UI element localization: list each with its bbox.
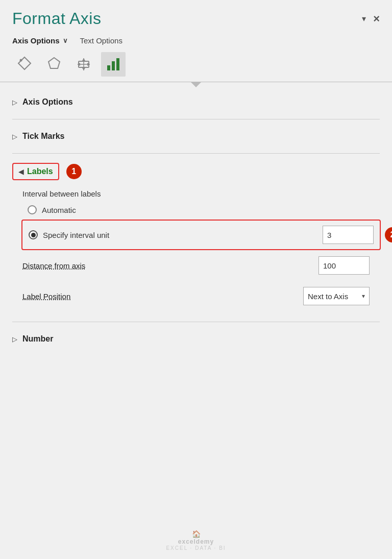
specify-container: Specify interval unit 2 (28, 220, 375, 250)
tick-marks-section: ▷ Tick Marks (0, 121, 392, 151)
watermark: 🏠 exceldemy EXCEL · DATA · BI (166, 530, 226, 551)
badge-2: 2 (385, 227, 392, 242)
tab-axis-options-label: Axis Options (12, 36, 60, 45)
svg-rect-12 (116, 58, 119, 70)
specify-label: Specify interval unit (43, 231, 317, 239)
panel-dropdown-icon[interactable]: ▾ (362, 14, 366, 23)
divider-1 (12, 119, 380, 119)
svg-point-1 (20, 59, 22, 62)
specify-input[interactable] (323, 226, 374, 244)
labels-section-title: Labels (27, 167, 53, 176)
specify-row: Specify interval unit (21, 220, 381, 250)
chart-icon-button[interactable] (101, 52, 126, 77)
tick-marks-header[interactable]: ▷ Tick Marks (12, 127, 380, 146)
header-actions: ▾ × (362, 12, 380, 26)
tab-row: Axis Options ∨ Text Options (0, 33, 392, 45)
tab-axis-options[interactable]: Axis Options ∨ (12, 36, 68, 45)
icon-toolbar (0, 45, 392, 77)
radio-dot (31, 233, 36, 237)
automatic-radio[interactable] (28, 205, 37, 214)
fill-icon (16, 56, 33, 72)
label-position-arrow: ▾ (362, 293, 365, 300)
distance-input[interactable] (318, 256, 370, 275)
label-position-row: Label Position Next to Axis ▾ (17, 281, 375, 311)
tick-marks-arrow: ▷ (12, 133, 17, 140)
svg-rect-10 (107, 65, 110, 70)
toolbar-divider (0, 82, 392, 87)
svg-marker-2 (48, 58, 60, 68)
svg-marker-6 (82, 58, 85, 61)
number-section: ▷ Number (0, 324, 392, 354)
chart-icon (105, 56, 121, 72)
specify-radio[interactable] (29, 230, 38, 239)
format-axis-panel: Format Axis ▾ × Axis Options ∨ Text Opti… (0, 0, 392, 559)
labels-expand-arrow: ◀ (18, 167, 24, 176)
svg-marker-7 (82, 68, 85, 70)
panel-close-button[interactable]: × (373, 12, 380, 26)
axis-options-arrow: ▷ (12, 99, 17, 106)
watermark-brand: exceldemy (178, 538, 214, 545)
size-icon (76, 56, 92, 72)
badge-1: 1 (66, 164, 82, 179)
distance-row: Distance from axis (17, 250, 375, 281)
tab-text-options[interactable]: Text Options (80, 36, 122, 45)
label-position-dropdown[interactable]: Next to Axis ▾ (303, 287, 370, 305)
number-section-header[interactable]: ▷ Number (12, 329, 380, 349)
panel-title: Format Axis (12, 9, 101, 28)
automatic-label: Automatic (42, 206, 76, 214)
label-position-label: Label Position (22, 292, 70, 301)
label-position-value: Next to Axis (308, 292, 348, 301)
axis-options-header[interactable]: ▷ Axis Options (12, 92, 380, 112)
automatic-option[interactable]: Automatic (28, 205, 375, 214)
radio-group: Automatic Specify interval unit (17, 205, 375, 250)
svg-marker-0 (18, 57, 31, 69)
number-title: Number (22, 334, 53, 344)
watermark-tagline: EXCEL · DATA · BI (166, 545, 226, 551)
watermark-icon: 🏠 (192, 530, 201, 538)
size-icon-button[interactable] (71, 52, 96, 77)
number-arrow: ▷ (12, 335, 17, 343)
effects-icon (46, 56, 62, 72)
divider-2 (12, 153, 380, 154)
labels-section-header[interactable]: ◀ Labels (12, 163, 59, 180)
fill-icon-button[interactable] (12, 52, 37, 77)
divider-3 (12, 322, 380, 322)
effects-icon-button[interactable] (42, 52, 66, 77)
labels-content: Interval between labels Automatic Specif… (12, 182, 380, 314)
tick-marks-title: Tick Marks (22, 132, 64, 141)
axis-options-title: Axis Options (22, 98, 73, 107)
axis-options-section: ▷ Axis Options (0, 87, 392, 117)
labels-section: ◀ Labels 1 Interval between labels Autom… (0, 156, 392, 320)
panel-header: Format Axis ▾ × (0, 0, 392, 33)
interval-label: Interval between labels (17, 189, 375, 198)
svg-rect-11 (112, 61, 115, 70)
distance-label: Distance from axis (22, 261, 85, 270)
tab-axis-options-chevron: ∨ (63, 37, 68, 44)
